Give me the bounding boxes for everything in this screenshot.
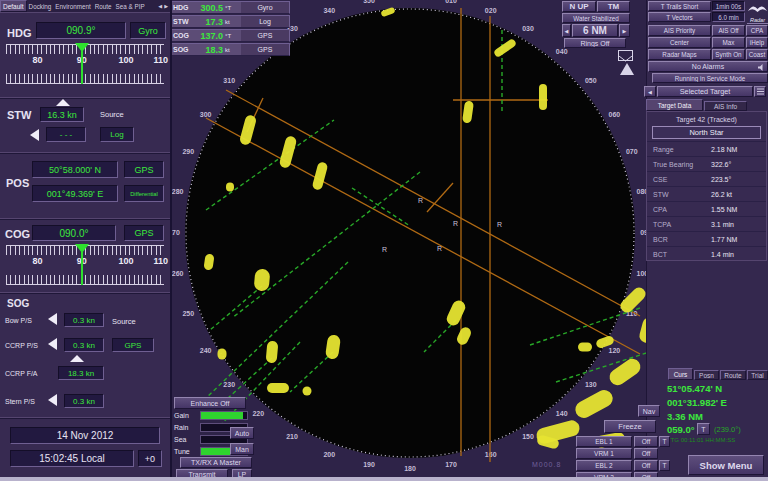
- pos-label: POS: [6, 177, 29, 189]
- ebl1-off-button[interactable]: Off: [634, 436, 658, 447]
- overlay-sog-source[interactable]: GPS: [241, 44, 289, 55]
- man-button[interactable]: Man: [230, 443, 254, 455]
- ebl1-true-toggle[interactable]: T: [659, 436, 670, 447]
- date-display[interactable]: 14 Nov 2012: [10, 427, 160, 444]
- ais-priority-button[interactable]: AIS Priority: [648, 25, 711, 36]
- gain-slider[interactable]: [200, 411, 248, 420]
- sog-source-gps[interactable]: GPS: [112, 338, 154, 352]
- pos-lon-source[interactable]: Differential: [124, 185, 164, 202]
- overlay-sog-label: SOG: [171, 46, 195, 53]
- center-button[interactable]: Center: [648, 37, 711, 48]
- hdg-source[interactable]: Gyro: [130, 22, 166, 39]
- cog-source[interactable]: GPS: [124, 225, 164, 241]
- radar-echo[interactable]: [578, 343, 592, 352]
- stw-label: STW: [7, 109, 31, 121]
- ebl2-button[interactable]: EBL 2: [576, 460, 632, 471]
- range-display[interactable]: 6 NM: [572, 24, 618, 37]
- synth-button[interactable]: Synth On: [712, 49, 745, 60]
- overlay-hdg-source[interactable]: Gyro: [241, 2, 289, 13]
- selected-target-header[interactable]: Selected Target: [657, 86, 753, 97]
- ebl2-off-button[interactable]: Off: [634, 460, 658, 471]
- overlay-cog-source[interactable]: GPS: [241, 30, 289, 41]
- pos-longitude: 001°49.369' E: [32, 185, 118, 202]
- target-name-box[interactable]: North Star: [652, 126, 761, 139]
- warning-triangle-icon[interactable]: [620, 63, 634, 75]
- bearing-true-toggle[interactable]: T: [697, 423, 710, 435]
- target-row-bcr: BCR 1.77 NM: [647, 231, 766, 246]
- tab-ais-info[interactable]: AIS Info: [704, 101, 747, 111]
- auto-button[interactable]: Auto: [230, 427, 254, 439]
- overlay-row-cog: COG 137.0 °T GPS: [170, 29, 290, 42]
- menu-tab-sea-pip[interactable]: Sea & PIP: [114, 3, 147, 10]
- vectors-button[interactable]: T Vectors: [648, 12, 711, 22]
- freeze-button[interactable]: Freeze: [604, 420, 656, 433]
- show-menu-button[interactable]: Show Menu: [688, 455, 764, 475]
- radar-echo[interactable]: [267, 383, 289, 393]
- tab-route[interactable]: Route: [720, 370, 746, 380]
- overlay-stw-source[interactable]: Log: [241, 16, 289, 27]
- radar-background-circle[interactable]: [185, 8, 635, 458]
- stw-source-log[interactable]: Log: [100, 127, 134, 142]
- stabilization-button[interactable]: Water Stabilized: [562, 13, 630, 23]
- txrx-button[interactable]: TX/RX A Master: [180, 457, 252, 468]
- menu-tab-environment[interactable]: Environment: [53, 3, 92, 10]
- target-row-value: 26.2 kt: [711, 191, 732, 198]
- range-down-button[interactable]: ◀: [562, 24, 571, 37]
- coast-button[interactable]: Coast: [746, 49, 768, 60]
- radar-echo[interactable]: [303, 387, 312, 396]
- tab-position[interactable]: Posn: [694, 370, 719, 380]
- bearing-label: 050: [585, 77, 597, 84]
- pos-lat-source[interactable]: GPS: [124, 161, 164, 178]
- motion-mode-button[interactable]: TM: [597, 1, 630, 12]
- ccrp-ps-arrow-icon[interactable]: [48, 338, 57, 350]
- trails-button[interactable]: T Trails Short: [648, 1, 711, 11]
- ebl1-button[interactable]: EBL 1: [576, 436, 632, 447]
- message-envelope-icon[interactable]: [618, 50, 633, 61]
- stw-source-label: Source: [100, 110, 124, 119]
- stern-ps-arrow-icon[interactable]: [48, 394, 57, 406]
- max-button[interactable]: Max: [712, 37, 745, 48]
- prev-target-button[interactable]: ◀: [644, 86, 656, 97]
- overlay-row-stw: STW 17.3 kt Log: [170, 15, 290, 28]
- nav-button[interactable]: Nav: [638, 405, 660, 417]
- cpa-button[interactable]: CPA: [746, 25, 768, 36]
- ccrp-fa-up-arrow-icon[interactable]: [70, 355, 84, 362]
- ihelp-button[interactable]: iHelp: [746, 37, 768, 48]
- tab-target-data[interactable]: Target Data: [646, 99, 703, 111]
- menu-tab-route[interactable]: Route: [93, 3, 114, 10]
- vrm1-button[interactable]: VRM 1: [576, 448, 632, 459]
- radar-echo[interactable]: [218, 349, 227, 360]
- vrm1-off-button[interactable]: Off: [634, 448, 658, 459]
- rings-button[interactable]: Rings Off: [564, 38, 626, 48]
- alarm-status-bar[interactable]: No Alarms: [648, 61, 768, 72]
- bow-ps-arrow-icon[interactable]: [48, 313, 57, 325]
- orientation-button[interactable]: N UP: [562, 1, 596, 12]
- cog-section: COG 090.0° GPS 80 90 100 110: [0, 218, 170, 294]
- stw-up-arrow-icon[interactable]: [56, 99, 70, 106]
- ebl2-true-toggle[interactable]: T: [659, 460, 670, 471]
- radar-maps-button[interactable]: Radar Maps: [648, 49, 711, 60]
- enhance-button[interactable]: Enhance Off: [174, 397, 246, 409]
- stw-selector[interactable]: - - -: [46, 127, 86, 142]
- bearing-label: 230: [223, 381, 235, 388]
- menu-tab-docking[interactable]: Docking: [27, 3, 54, 10]
- radar-echo[interactable]: [226, 183, 234, 192]
- radar-echo[interactable]: [539, 84, 547, 110]
- timezone-display[interactable]: +0: [138, 450, 162, 467]
- menu-scroll-right-icon[interactable]: ▶: [162, 3, 170, 9]
- tab-cursor[interactable]: Curs: [668, 368, 693, 380]
- target-list-icon[interactable]: [754, 86, 766, 97]
- bearing-label: 160: [485, 451, 497, 458]
- vectors-value[interactable]: 6.0 min: [712, 12, 745, 22]
- time-display[interactable]: 15:02:45 Local: [10, 450, 134, 467]
- target-row-cse: CSE 223.5°: [647, 171, 766, 186]
- menu-tab-default[interactable]: Default: [0, 0, 27, 12]
- stw-prev-arrow-icon[interactable]: [30, 129, 39, 141]
- motion-data-overlay[interactable]: HDG 300.5 °T Gyro STW 17.3 kt Log COG 13…: [170, 1, 290, 56]
- trails-value[interactable]: 1min 00s: [712, 1, 745, 11]
- tab-trial[interactable]: Trial: [747, 370, 768, 380]
- overlay-hdg-unit: °T: [223, 5, 241, 11]
- range-up-button[interactable]: ▶: [619, 24, 630, 37]
- sea-label: Sea: [174, 436, 186, 443]
- ais-off-button[interactable]: AIS Off: [712, 25, 745, 36]
